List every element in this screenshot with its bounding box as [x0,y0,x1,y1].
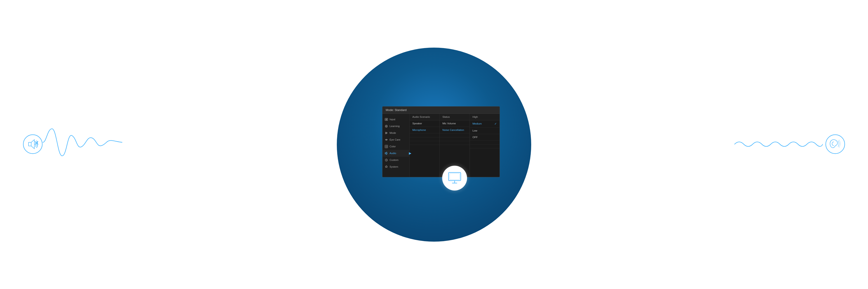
monitor-ui-window: Mode: Standard Input [382,106,500,177]
col-header-high: High [470,114,500,120]
titlebar-text: Mode: Standard [385,108,407,112]
sidebar-label-input: Input [390,118,395,121]
sidebar-nav: Input Learning [382,114,410,177]
cell-noise-cancel[interactable]: Noise Cancellation [440,127,469,133]
svg-point-9 [385,133,386,134]
speaker-icon [23,134,43,155]
sidebar-label-system: System [390,166,398,168]
cell-scenario-5 [410,141,439,145]
svg-point-0 [23,135,42,154]
main-panel: Audio Scenario Speaker Microphone Sta [410,114,500,177]
color-icon [385,145,388,148]
system-icon [385,165,388,168]
svg-rect-21 [450,173,460,180]
svg-point-22 [826,135,845,154]
sidebar-item-eyecare[interactable]: Eye Care [382,136,409,143]
cell-status-4 [440,137,469,141]
cell-speaker[interactable]: Speaker [410,120,439,127]
svg-marker-2 [31,140,34,149]
sidebar-item-learning[interactable]: Learning [382,123,409,130]
svg-point-10 [386,133,387,133]
svg-point-11 [386,139,387,140]
input-icon [385,118,388,121]
cell-scenario-4 [410,137,439,141]
nav-arrow: ▶ [409,151,411,155]
col-header-status: Status [440,114,469,120]
sidebar-item-mode[interactable]: Mode [382,130,409,136]
svg-point-6 [385,125,388,127]
check-icon: ✓ [494,122,497,125]
cell-status-3 [440,133,469,137]
cell-medium[interactable]: Medium ✓ [470,120,500,128]
cell-value-4 [470,141,500,144]
svg-point-7 [386,126,387,127]
soundwave-left [41,124,127,161]
cell-mic-volume[interactable]: Mic Volume [440,120,469,127]
cell-value-5 [470,144,500,148]
wave-right [733,137,823,152]
sidebar-label-learning: Learning [390,125,400,128]
cell-off[interactable]: OFF [470,134,500,141]
sidebar-label-audio: Audio [390,152,396,154]
sidebar-label-color: Color [390,145,396,148]
cell-low[interactable]: Low [470,128,500,134]
col-audio-scenario: Audio Scenario Speaker Microphone [410,114,440,177]
sidebar-item-color[interactable]: Color [382,143,409,150]
cell-status-5 [440,141,469,145]
monitor-icon [442,166,467,190]
sidebar-label-custom: Custom [390,158,399,161]
audio-icon [385,152,388,155]
col-header-scenario: Audio Scenario [410,114,439,120]
sidebar-item-system[interactable]: System [382,163,409,170]
svg-rect-18 [448,172,461,180]
eyecare-icon [385,138,388,141]
svg-marker-16 [386,152,387,154]
sidebar-label-eyecare: Eye Care [390,138,400,141]
learning-icon [385,124,388,128]
cell-scenario-3 [410,133,439,137]
svg-rect-1 [29,142,31,146]
sidebar-item-input[interactable]: Input [382,116,409,123]
custom-icon [385,158,388,161]
cell-microphone[interactable]: Microphone [410,127,439,133]
titlebar: Mode: Standard [382,107,500,114]
ear-icon [825,134,845,155]
sidebar-item-custom[interactable]: Custom [382,156,409,163]
col-value: High Medium ✓ Low OFF [470,114,500,177]
sidebar-item-audio[interactable]: Audio [382,150,409,156]
mode-icon [385,131,388,135]
sidebar-label-mode: Mode [390,132,396,134]
